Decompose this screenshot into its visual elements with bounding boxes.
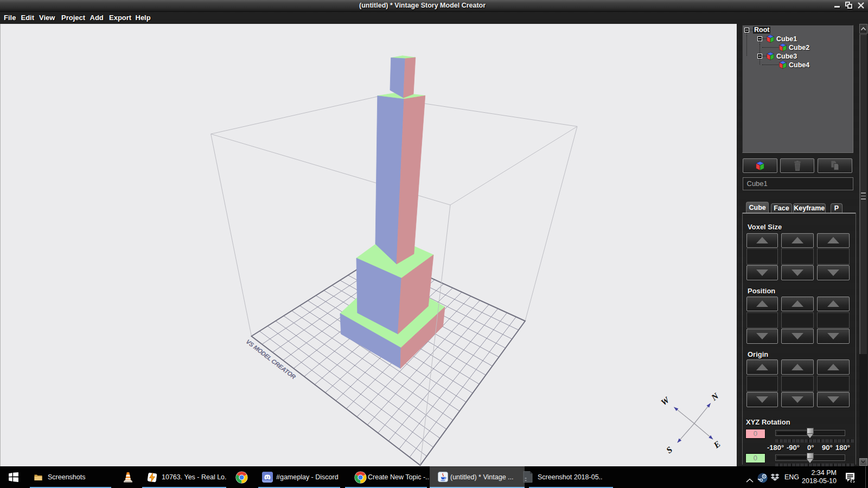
svg-text:N: N [709, 391, 720, 403]
svg-text:W: W [659, 394, 672, 407]
svg-text:VS MODEL CREATOR: VS MODEL CREATOR [245, 338, 297, 381]
